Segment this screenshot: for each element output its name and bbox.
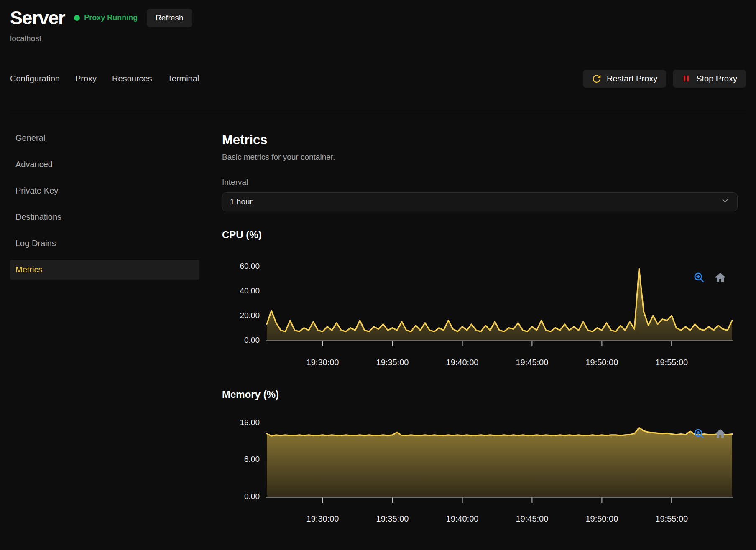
x-tick-label: 19:40:00 xyxy=(446,358,479,367)
x-tick-label: 19:45:00 xyxy=(516,514,548,524)
x-tick-label: 19:30:00 xyxy=(306,514,339,524)
restart-proxy-label: Restart Proxy xyxy=(607,74,657,84)
settings-sidebar: General Advanced Private Key Destination… xyxy=(10,112,215,286)
x-tick-label: 19:55:00 xyxy=(655,514,688,524)
zoom-in-icon[interactable] xyxy=(693,272,705,283)
status-label: Proxy Running xyxy=(84,13,138,22)
interval-selected-value: 1 hour xyxy=(230,197,253,206)
sidebar-item-general[interactable]: General xyxy=(10,128,199,148)
x-tick-label: 19:55:00 xyxy=(655,358,688,367)
proxy-status-badge: Proxy Running xyxy=(74,13,138,22)
pause-icon xyxy=(682,74,691,83)
sidebar-item-log-drains[interactable]: Log Drains xyxy=(10,234,199,253)
x-tick-label: 19:40:00 xyxy=(446,514,479,524)
y-tick-label: 0.00 xyxy=(244,336,260,345)
x-tick-label: 19:50:00 xyxy=(585,514,618,524)
tab-configuration[interactable]: Configuration xyxy=(10,74,60,84)
metrics-description: Basic metrics for your container. xyxy=(222,153,738,162)
home-icon[interactable] xyxy=(715,272,726,283)
stop-proxy-button[interactable]: Stop Proxy xyxy=(673,70,746,88)
memory-chart-title: Memory (%) xyxy=(222,389,738,400)
status-dot-icon xyxy=(74,15,80,21)
sidebar-item-destinations[interactable]: Destinations xyxy=(10,207,199,227)
memory-x-axis: 19:30:0019:35:0019:40:0019:45:0019:50:00… xyxy=(266,514,738,524)
memory-chart-toolbar xyxy=(693,428,726,439)
y-tick-label: 8.00 xyxy=(244,455,260,464)
zoom-in-icon[interactable] xyxy=(693,428,705,439)
x-tick-label: 19:45:00 xyxy=(516,358,548,367)
interval-label: Interval xyxy=(222,178,738,187)
x-tick-label: 19:30:00 xyxy=(306,358,339,367)
chevron-down-icon xyxy=(720,196,730,207)
memory-chart[interactable] xyxy=(266,422,733,503)
memory-y-axis: 0.008.0016.00 xyxy=(222,422,266,503)
y-tick-label: 16.00 xyxy=(240,418,260,427)
restart-proxy-button[interactable]: Restart Proxy xyxy=(583,70,666,88)
home-icon[interactable] xyxy=(715,428,726,439)
cpu-chart[interactable] xyxy=(266,266,733,347)
cpu-chart-toolbar xyxy=(693,272,726,283)
tab-resources[interactable]: Resources xyxy=(112,74,152,84)
cpu-y-axis: 0.0020.0040.0060.00 xyxy=(222,266,266,347)
header: Server Proxy Running Refresh xyxy=(10,0,746,28)
y-tick-label: 20.00 xyxy=(240,311,260,320)
refresh-button[interactable]: Refresh xyxy=(147,9,192,27)
metrics-panel: Metrics Basic metrics for your container… xyxy=(215,112,746,524)
sidebar-item-advanced[interactable]: Advanced xyxy=(10,155,199,174)
cpu-x-axis: 19:30:0019:35:0019:40:0019:45:0019:50:00… xyxy=(266,358,738,368)
x-tick-label: 19:35:00 xyxy=(376,358,409,367)
cpu-chart-area: 0.0020.0040.0060.00 19:30:0019:35:0019:4… xyxy=(222,266,738,368)
tabs-row: Configuration Proxy Resources Terminal R… xyxy=(10,70,746,88)
layout: General Advanced Private Key Destination… xyxy=(10,112,746,524)
sidebar-item-metrics[interactable]: Metrics xyxy=(10,260,199,280)
page: Server Proxy Running Refresh localhost C… xyxy=(0,0,756,524)
y-tick-label: 60.00 xyxy=(240,262,260,271)
rotate-cw-icon xyxy=(592,74,601,84)
tab-terminal[interactable]: Terminal xyxy=(168,74,199,84)
metrics-heading: Metrics xyxy=(222,132,738,148)
y-tick-label: 40.00 xyxy=(240,286,260,295)
y-tick-label: 0.00 xyxy=(244,492,260,501)
stop-proxy-label: Stop Proxy xyxy=(696,74,737,84)
page-title: Server xyxy=(10,8,65,28)
sidebar-item-private-key[interactable]: Private Key xyxy=(10,181,199,201)
server-host-subtitle: localhost xyxy=(10,34,746,43)
memory-chart-area: 0.008.0016.00 19:30:0019:35:0019:40:0019… xyxy=(222,422,738,524)
cpu-chart-title: CPU (%) xyxy=(222,229,738,241)
interval-select[interactable]: 1 hour xyxy=(222,192,738,211)
tab-proxy[interactable]: Proxy xyxy=(75,74,97,84)
x-tick-label: 19:50:00 xyxy=(585,358,618,367)
x-tick-label: 19:35:00 xyxy=(376,514,409,524)
